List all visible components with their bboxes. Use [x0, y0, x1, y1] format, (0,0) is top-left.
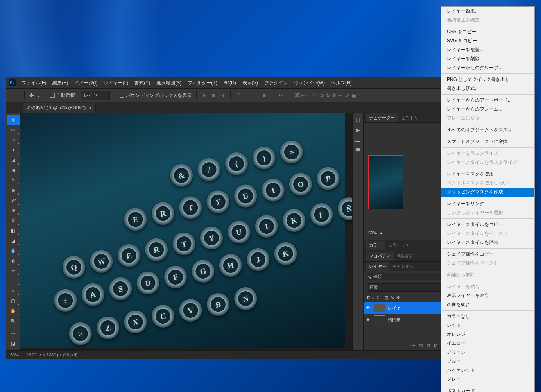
- panel-icon-3[interactable]: ▬: [355, 138, 360, 143]
- cm-violet[interactable]: バイオレット: [441, 366, 534, 375]
- cm-yellow[interactable]: イエロー: [441, 339, 534, 348]
- menu-help[interactable]: ヘルプ(H): [328, 78, 355, 88]
- menu-filter[interactable]: フィルター(T): [185, 78, 220, 88]
- layer-name[interactable]: 楕円形 1: [388, 317, 404, 323]
- pan-icon[interactable]: ✥: [332, 93, 336, 98]
- eyedropper-tool[interactable]: ✎: [7, 175, 20, 185]
- document-tab[interactable]: 名称未設定 1 @ 50% (RGB/8*) ×: [23, 103, 96, 113]
- status-zoom[interactable]: 50%: [10, 353, 19, 357]
- healing-tool[interactable]: ⊕: [7, 185, 20, 195]
- menu-plugins[interactable]: プラグイン: [262, 78, 290, 88]
- distribute-icon[interactable]: ⫼: [261, 92, 268, 99]
- roll-icon[interactable]: ↻: [326, 93, 330, 98]
- cm-green[interactable]: グリーン: [441, 348, 534, 357]
- cm-duplicate-layer[interactable]: レイヤーを複製...: [441, 45, 534, 54]
- status-caret-icon[interactable]: ›: [85, 353, 87, 357]
- home-button[interactable]: ⌂: [10, 91, 20, 100]
- history-brush-tool[interactable]: ↺: [7, 215, 20, 226]
- swatches-tab[interactable]: スウォッチ: [385, 241, 413, 250]
- align-middle-icon[interactable]: ⊢: [244, 92, 251, 99]
- align-left-icon[interactable]: ⊫: [201, 92, 208, 99]
- more-options-icon[interactable]: •••: [278, 92, 285, 99]
- cm-postcard[interactable]: ポストカード: [441, 387, 534, 392]
- menu-window[interactable]: ウィンドウ(W): [291, 78, 328, 88]
- lock-transparency-icon[interactable]: ▨: [384, 295, 388, 300]
- auto-select-target[interactable]: レイヤー: [81, 91, 110, 100]
- visibility-icon[interactable]: 👁: [366, 306, 371, 310]
- canvas-area[interactable]: & / ( ) = E R T Y U I O P Q: [20, 113, 352, 350]
- dodge-tool[interactable]: ◐: [7, 256, 20, 266]
- brush-tool[interactable]: 🖌: [7, 195, 20, 206]
- lock-position-icon[interactable]: ✥: [396, 295, 400, 300]
- menu-layer[interactable]: レイヤー(L): [101, 78, 131, 88]
- cm-copy-layer-style[interactable]: レイヤースタイルをコピー: [441, 220, 534, 229]
- link-layers-icon[interactable]: ⊶: [410, 343, 415, 348]
- auto-select-option[interactable]: 自動選択 :: [50, 92, 78, 99]
- cm-flatten-image[interactable]: 画像を統合: [441, 300, 534, 309]
- lasso-tool[interactable]: ⊃: [7, 135, 20, 145]
- path-tool[interactable]: ↖: [7, 286, 20, 296]
- edit-toolbar[interactable]: ⋯: [7, 328, 20, 338]
- clone-tool[interactable]: ⊛: [7, 206, 20, 216]
- menu-select[interactable]: 選択範囲(S): [154, 78, 184, 88]
- cm-mask-all-objects[interactable]: すべてのオブジェクトをマスク: [441, 125, 534, 134]
- menu-3d[interactable]: 3D(D): [221, 79, 239, 87]
- lock-pixels-icon[interactable]: ✎: [391, 295, 394, 300]
- zoom-tool[interactable]: 🔍: [7, 316, 20, 326]
- menu-image[interactable]: イメージ(I): [72, 78, 100, 88]
- cm-orange[interactable]: オレンジ: [441, 330, 534, 339]
- align-top-icon[interactable]: ⊤: [235, 92, 242, 99]
- menu-edit[interactable]: 編集(E): [50, 78, 71, 88]
- camera-icon[interactable]: ▣: [352, 93, 356, 98]
- history-tab[interactable]: ヒストリ: [398, 113, 421, 122]
- cm-quick-export-png[interactable]: PNG としてクイック書き出し: [441, 75, 534, 84]
- cm-convert-smart-object[interactable]: スマートオブジェクトに変換: [441, 137, 534, 146]
- foreground-background-colors[interactable]: ◪: [7, 338, 20, 349]
- adjustments-tab[interactable]: 色調補正: [394, 252, 417, 261]
- slide-icon[interactable]: ↔: [339, 93, 343, 98]
- cm-enable-layer-mask[interactable]: レイヤーマスクを使用: [441, 170, 534, 179]
- orbit-icon[interactable]: ⟲: [320, 93, 324, 98]
- panel-icon-2[interactable]: ▶: [356, 127, 360, 133]
- navigator-tab[interactable]: ナビゲーター: [366, 113, 398, 122]
- eraser-tool[interactable]: ◧: [7, 226, 20, 236]
- navigator-thumbnail[interactable]: [368, 155, 403, 209]
- align-center-h-icon[interactable]: ≡: [210, 92, 217, 99]
- hand-tool[interactable]: ✋: [7, 306, 20, 316]
- scale-icon[interactable]: ⤢: [346, 93, 349, 98]
- blur-tool[interactable]: 💧: [7, 246, 20, 256]
- cm-no-color[interactable]: カラーなし: [441, 312, 534, 321]
- gradient-tool[interactable]: ◢: [7, 236, 20, 246]
- cm-merge-visible[interactable]: 表示レイヤーを結合: [441, 291, 534, 300]
- caret-icon[interactable]: ⌄: [37, 93, 40, 97]
- document-canvas[interactable]: & / ( ) = E R T Y U I O P Q: [20, 113, 345, 348]
- marquee-tool[interactable]: ▭: [7, 125, 20, 135]
- properties-tab[interactable]: プロパティ: [366, 252, 394, 261]
- cm-link-layers[interactable]: レイヤーをリンク: [441, 199, 534, 208]
- cm-group-from-layers[interactable]: レイヤーからのグループ...: [441, 63, 534, 72]
- menu-file[interactable]: ファイル(F): [19, 78, 49, 88]
- align-right-icon[interactable]: ⫤: [219, 92, 226, 99]
- type-tool[interactable]: T: [7, 276, 20, 286]
- shape-tool[interactable]: ▢: [7, 296, 20, 306]
- close-tab-icon[interactable]: ×: [89, 106, 91, 110]
- cm-gray[interactable]: グレー: [441, 375, 534, 384]
- frame-tool[interactable]: ⊞: [7, 165, 20, 175]
- fx-icon[interactable]: fx: [419, 343, 423, 348]
- cm-copy-svg[interactable]: SVG をコピー: [441, 36, 534, 45]
- layer-name[interactable]: レイヤ: [388, 305, 401, 311]
- menu-type[interactable]: 書式(Y): [132, 78, 153, 88]
- move-tool[interactable]: ✥: [7, 115, 20, 125]
- panel-icon-1[interactable]: ⫿⫿: [355, 116, 361, 122]
- color-tab[interactable]: カラー: [366, 241, 385, 250]
- cm-create-clipping-mask[interactable]: クリッピングマスクを作成: [441, 188, 534, 197]
- panel-icon-4[interactable]: ▀: [356, 148, 360, 154]
- cm-export-as[interactable]: 書き出し形式...: [441, 84, 534, 93]
- cm-red[interactable]: レッド: [441, 321, 534, 330]
- zoom-out-icon[interactable]: ▴: [380, 230, 382, 235]
- layers-tab[interactable]: レイヤー: [366, 262, 389, 271]
- visibility-icon[interactable]: 👁: [366, 317, 371, 322]
- channels-tab[interactable]: チャンネル: [389, 262, 417, 271]
- crop-tool[interactable]: ⊡: [7, 155, 20, 165]
- pen-tool[interactable]: ✒: [7, 266, 20, 276]
